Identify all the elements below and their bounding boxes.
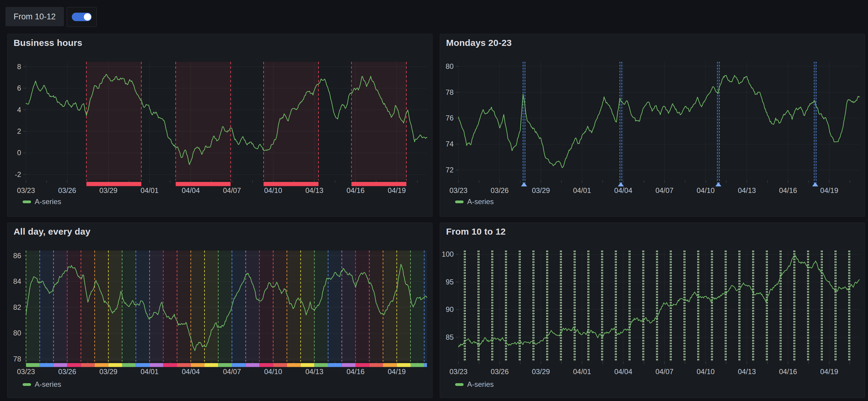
chart-from-10-to-12[interactable]: 85909510003/2303/2603/2904/0104/0404/070…	[440, 223, 865, 398]
legend-label: A-series	[467, 198, 494, 206]
svg-text:04/01: 04/01	[141, 368, 159, 376]
svg-text:03/26: 03/26	[58, 368, 76, 376]
panel-title: Business hours	[13, 38, 82, 48]
svg-text:04/19: 04/19	[388, 186, 406, 195]
svg-text:04/04: 04/04	[182, 186, 200, 195]
svg-text:04/04: 04/04	[182, 368, 200, 376]
svg-text:2: 2	[17, 127, 21, 135]
svg-text:95: 95	[446, 278, 454, 286]
legend: A-series	[455, 198, 494, 206]
panel-title: All day, every day	[13, 226, 91, 237]
svg-text:03/29: 03/29	[532, 186, 550, 195]
legend: A-series	[23, 198, 61, 206]
svg-text:04/01: 04/01	[573, 186, 591, 195]
panel-mondays-20-23: Mondays 20-23 727476788003/2303/2603/290…	[440, 34, 865, 217]
legend-item[interactable]: A-series	[455, 198, 494, 206]
svg-text:04/10: 04/10	[264, 186, 282, 195]
legend: A-series	[455, 380, 494, 389]
panel-all-day-every-day: All day, every day 788082848603/2303/260…	[7, 223, 433, 398]
svg-text:04/10: 04/10	[697, 186, 715, 195]
variable-label: From 10-12	[5, 7, 64, 26]
svg-text:04/07: 04/07	[655, 186, 674, 195]
svg-text:03/29: 03/29	[99, 186, 117, 195]
svg-text:0: 0	[17, 149, 21, 157]
svg-text:80: 80	[13, 329, 22, 337]
series-color-marker	[23, 200, 31, 203]
svg-text:04/16: 04/16	[779, 368, 797, 376]
svg-text:03/29: 03/29	[532, 368, 550, 376]
dashboard-controls: From 10-12	[5, 7, 97, 27]
svg-text:6: 6	[17, 84, 21, 92]
svg-text:03/26: 03/26	[491, 186, 509, 195]
svg-text:4: 4	[17, 106, 21, 114]
svg-text:80: 80	[446, 62, 454, 70]
svg-text:03/23: 03/23	[17, 186, 35, 195]
svg-text:04/13: 04/13	[738, 186, 756, 195]
svg-text:90: 90	[446, 305, 454, 313]
svg-text:-2: -2	[15, 170, 21, 178]
svg-text:78: 78	[446, 88, 454, 96]
svg-text:86: 86	[13, 252, 22, 260]
svg-text:84: 84	[13, 277, 22, 285]
svg-text:04/19: 04/19	[388, 368, 406, 376]
chart-all-day-every-day[interactable]: 788082848603/2303/2603/2904/0104/0404/07…	[7, 223, 432, 398]
svg-text:03/29: 03/29	[99, 368, 117, 376]
svg-text:76: 76	[446, 114, 454, 122]
svg-text:04/16: 04/16	[346, 368, 365, 376]
series-color-marker	[455, 383, 464, 386]
svg-text:04/10: 04/10	[264, 368, 282, 376]
svg-text:04/01: 04/01	[573, 368, 591, 376]
series-color-marker	[23, 383, 31, 386]
svg-text:85: 85	[446, 333, 454, 341]
svg-text:82: 82	[13, 303, 22, 311]
svg-text:04/13: 04/13	[305, 368, 323, 376]
chart-business-hours[interactable]: -20246803/2303/2603/2904/0104/0404/0704/…	[7, 34, 432, 217]
legend-item[interactable]: A-series	[23, 380, 61, 389]
legend-label: A-series	[35, 198, 61, 206]
svg-text:03/26: 03/26	[58, 186, 76, 195]
svg-text:04/13: 04/13	[738, 368, 756, 376]
svg-text:78: 78	[13, 355, 22, 363]
toggle-switch-on[interactable]	[72, 13, 92, 21]
svg-text:04/13: 04/13	[305, 186, 323, 195]
svg-text:03/26: 03/26	[491, 368, 509, 376]
legend-label: A-series	[35, 380, 61, 389]
svg-text:04/16: 04/16	[346, 186, 365, 195]
svg-text:04/16: 04/16	[779, 186, 797, 195]
svg-text:03/23: 03/23	[17, 368, 35, 376]
svg-text:04/04: 04/04	[614, 368, 632, 376]
svg-text:04/07: 04/07	[223, 368, 241, 376]
variable-toggle[interactable]	[67, 7, 97, 27]
toggle-knob[interactable]	[84, 13, 91, 21]
svg-text:04/19: 04/19	[820, 186, 838, 195]
legend: A-series	[23, 380, 61, 389]
legend-item[interactable]: A-series	[455, 380, 494, 389]
series-color-marker	[455, 200, 464, 203]
svg-text:100: 100	[441, 250, 454, 258]
chart-mondays-20-23[interactable]: 727476788003/2303/2603/2904/0104/0404/07…	[440, 34, 865, 217]
svg-text:03/23: 03/23	[450, 186, 467, 195]
svg-text:04/04: 04/04	[614, 186, 632, 195]
svg-text:72: 72	[446, 166, 454, 174]
svg-text:04/07: 04/07	[223, 186, 241, 195]
panel-title: From 10 to 12	[446, 226, 506, 237]
svg-text:04/01: 04/01	[141, 186, 159, 195]
panel-business-hours: Business hours -20246803/2303/2603/2904/…	[7, 34, 433, 217]
svg-text:04/10: 04/10	[697, 368, 715, 376]
legend-label: A-series	[467, 380, 494, 389]
svg-text:8: 8	[17, 62, 21, 71]
panel-from-10-to-12: From 10 to 12 85909510003/2303/2603/2904…	[440, 223, 865, 398]
svg-text:74: 74	[446, 140, 454, 148]
legend-item[interactable]: A-series	[23, 198, 61, 206]
svg-text:03/23: 03/23	[450, 368, 467, 376]
svg-text:04/19: 04/19	[820, 368, 838, 376]
panel-title: Mondays 20-23	[446, 38, 512, 48]
svg-text:04/07: 04/07	[655, 368, 674, 376]
